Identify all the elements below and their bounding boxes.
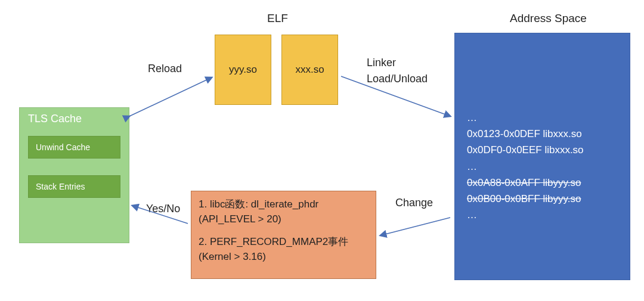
detection-methods-box: 1. libc函数: dl_iterate_phdr (API_LEVEL > …	[191, 191, 376, 279]
tls-cache-title: TLS Cache	[28, 113, 120, 125]
addr-line: 0x0DF0-0x0EEF libxxx.so	[467, 142, 618, 158]
addr-line: 0x0123-0x0DEF libxxx.so	[467, 126, 618, 142]
addr-line: …	[467, 159, 618, 175]
tls-cache-box: TLS Cache Unwind Cache Stack Entries	[19, 107, 129, 243]
addr-line: 0x0A88-0x0AFF libyyy.so	[467, 175, 618, 191]
method-2: 2. PERF_RECORD_MMAP2事件	[199, 235, 369, 250]
stack-entries: Stack Entries	[28, 175, 120, 198]
svg-line-2	[380, 218, 450, 235]
addr-line: 0x0B00-0x0BFF libyyy.so	[467, 191, 618, 207]
unwind-cache: Unwind Cache	[28, 136, 120, 159]
address-space-box: …0x0123-0x0DEF libxxx.so0x0DF0-0x0EEF li…	[454, 33, 630, 280]
elf-so-xxx: xxx.so	[281, 35, 338, 105]
label-reload: Reload	[148, 63, 182, 75]
addr-line: …	[467, 207, 618, 223]
addr-line: …	[467, 110, 618, 126]
elf-title: ELF	[267, 12, 288, 25]
svg-line-0	[129, 77, 212, 116]
method-1-cond: (API_LEVEL > 20)	[199, 212, 369, 227]
elf-so-yyy: yyy.so	[215, 35, 271, 105]
method-1: 1. libc函数: dl_iterate_phdr	[199, 197, 369, 212]
address-space-title: Address Space	[510, 12, 587, 25]
label-yesno: Yes/No	[146, 203, 180, 215]
method-2-cond: (Kernel > 3.16)	[199, 250, 369, 265]
label-change: Change	[395, 197, 433, 209]
label-linker: LinkerLoad/Unload	[367, 55, 450, 87]
